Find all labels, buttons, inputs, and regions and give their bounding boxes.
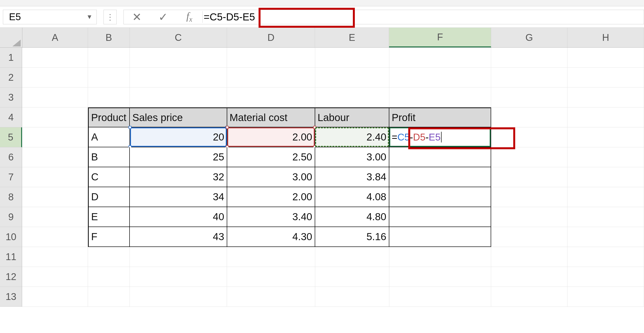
cell-B3[interactable] bbox=[88, 88, 130, 108]
cell-F1[interactable] bbox=[389, 48, 491, 68]
cell-A8[interactable] bbox=[22, 187, 88, 207]
cell-G10[interactable] bbox=[491, 227, 568, 247]
cell-B5[interactable]: A bbox=[88, 127, 130, 147]
cell-H9[interactable] bbox=[568, 207, 644, 227]
cell-G13[interactable] bbox=[491, 287, 568, 307]
cell-H12[interactable] bbox=[568, 267, 644, 287]
cell-A1[interactable] bbox=[22, 48, 88, 68]
cell-D2[interactable] bbox=[227, 68, 315, 88]
cell-F4[interactable]: Profit bbox=[389, 108, 491, 127]
cell-H7[interactable] bbox=[568, 167, 644, 187]
cell-F6[interactable] bbox=[389, 147, 491, 167]
row-header-3[interactable]: 3 bbox=[0, 88, 22, 108]
cell-D4[interactable]: Material cost bbox=[227, 108, 315, 127]
col-header-H[interactable]: H bbox=[568, 28, 644, 48]
cell-G3[interactable] bbox=[491, 88, 568, 108]
row-header-9[interactable]: 9 bbox=[0, 207, 22, 227]
cell-A11[interactable] bbox=[22, 247, 88, 267]
cell-A3[interactable] bbox=[22, 88, 88, 108]
cell-E3[interactable] bbox=[315, 88, 389, 108]
col-header-E[interactable]: E bbox=[315, 28, 389, 48]
cell-C6[interactable]: 25 bbox=[130, 147, 227, 167]
cell-G2[interactable] bbox=[491, 68, 568, 88]
cell-D7[interactable]: 3.00 bbox=[227, 167, 315, 187]
row-header-2[interactable]: 2 bbox=[0, 68, 22, 88]
enter-icon[interactable]: ✓ bbox=[150, 10, 176, 24]
cell-D1[interactable] bbox=[227, 48, 315, 68]
col-header-D[interactable]: D bbox=[227, 28, 315, 48]
col-header-B[interactable]: B bbox=[88, 28, 130, 48]
cell-D10[interactable]: 4.30 bbox=[227, 227, 315, 247]
cell-C3[interactable] bbox=[130, 88, 227, 108]
cell-C13[interactable] bbox=[130, 287, 227, 307]
cell-H3[interactable] bbox=[568, 88, 644, 108]
row-header-6[interactable]: 6 bbox=[0, 147, 22, 167]
cell-B12[interactable] bbox=[88, 267, 130, 287]
cell-F2[interactable] bbox=[389, 68, 491, 88]
cell-G7[interactable] bbox=[491, 167, 568, 187]
cell-H1[interactable] bbox=[568, 48, 644, 68]
cell-C2[interactable] bbox=[130, 68, 227, 88]
cell-D8[interactable]: 2.00 bbox=[227, 187, 315, 207]
cell-C5[interactable]: 20 bbox=[130, 127, 227, 147]
cell-G8[interactable] bbox=[491, 187, 568, 207]
col-header-G[interactable]: G bbox=[491, 28, 568, 48]
spreadsheet-grid[interactable]: A B C D E F G H 1 2 bbox=[0, 28, 644, 307]
cell-A9[interactable] bbox=[22, 207, 88, 227]
cell-F12[interactable] bbox=[389, 267, 491, 287]
cell-A10[interactable] bbox=[22, 227, 88, 247]
cell-F10[interactable] bbox=[389, 227, 491, 247]
cell-H11[interactable] bbox=[568, 247, 644, 267]
row-header-1[interactable]: 1 bbox=[0, 48, 22, 68]
cell-G4[interactable] bbox=[491, 108, 568, 127]
cell-D12[interactable] bbox=[227, 267, 315, 287]
cell-B11[interactable] bbox=[88, 247, 130, 267]
cancel-icon[interactable]: ✕ bbox=[124, 10, 150, 24]
cell-F7[interactable] bbox=[389, 167, 491, 187]
cell-H10[interactable] bbox=[568, 227, 644, 247]
cell-C7[interactable]: 32 bbox=[130, 167, 227, 187]
cell-C4[interactable]: Sales price bbox=[130, 108, 227, 127]
cell-F13[interactable] bbox=[389, 287, 491, 307]
cell-A2[interactable] bbox=[22, 68, 88, 88]
cell-B6[interactable]: B bbox=[88, 147, 130, 167]
cell-C11[interactable] bbox=[130, 247, 227, 267]
cell-B2[interactable] bbox=[88, 68, 130, 88]
cell-E8[interactable]: 4.08 bbox=[315, 187, 389, 207]
select-all-corner[interactable] bbox=[0, 28, 22, 48]
cell-C8[interactable]: 34 bbox=[130, 187, 227, 207]
cell-G12[interactable] bbox=[491, 267, 568, 287]
cell-H13[interactable] bbox=[568, 287, 644, 307]
cell-E13[interactable] bbox=[315, 287, 389, 307]
cell-A4[interactable] bbox=[22, 108, 88, 127]
cell-C10[interactable]: 43 bbox=[130, 227, 227, 247]
cell-F8[interactable] bbox=[389, 187, 491, 207]
row-header-10[interactable]: 10 bbox=[0, 227, 22, 247]
cell-A7[interactable] bbox=[22, 167, 88, 187]
cell-A12[interactable] bbox=[22, 267, 88, 287]
cell-E1[interactable] bbox=[315, 48, 389, 68]
cell-A6[interactable] bbox=[22, 147, 88, 167]
cell-G5[interactable] bbox=[491, 127, 568, 147]
cell-G6[interactable] bbox=[491, 147, 568, 167]
cell-B9[interactable]: E bbox=[88, 207, 130, 227]
name-box[interactable]: E5 ▼ bbox=[3, 10, 97, 24]
row-header-8[interactable]: 8 bbox=[0, 187, 22, 207]
cell-A5[interactable] bbox=[22, 127, 88, 147]
cell-D11[interactable] bbox=[227, 247, 315, 267]
cell-H8[interactable] bbox=[568, 187, 644, 207]
cell-G1[interactable] bbox=[491, 48, 568, 68]
cell-D5[interactable]: 2.00 bbox=[227, 127, 315, 147]
cell-G9[interactable] bbox=[491, 207, 568, 227]
cell-D6[interactable]: 2.50 bbox=[227, 147, 315, 167]
cell-B4[interactable]: Product bbox=[88, 108, 130, 127]
col-header-A[interactable]: A bbox=[22, 28, 88, 48]
cell-E6[interactable]: 3.00 bbox=[315, 147, 389, 167]
cell-G11[interactable] bbox=[491, 247, 568, 267]
cell-E12[interactable] bbox=[315, 267, 389, 287]
fx-icon[interactable]: fx bbox=[176, 10, 202, 24]
cell-D3[interactable] bbox=[227, 88, 315, 108]
cell-B13[interactable] bbox=[88, 287, 130, 307]
row-header-4[interactable]: 4 bbox=[0, 108, 22, 127]
row-header-12[interactable]: 12 bbox=[0, 267, 22, 287]
